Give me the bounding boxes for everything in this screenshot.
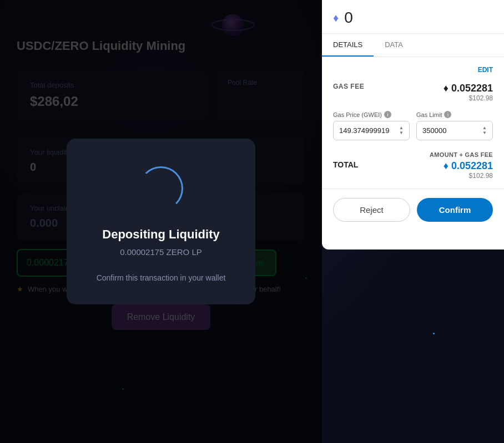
metamask-actions: Reject Confirm: [322, 189, 504, 231]
metamask-header: ♦ 0: [322, 0, 504, 34]
deposit-modal: Depositing Liquidity 0.00002175 ZERO LP …: [67, 139, 255, 304]
modal-title: Depositing Liquidity: [89, 227, 233, 242]
gas-price-group: Gas Price (GWEI) i 149.374999919 ▲ ▼: [333, 111, 410, 140]
modal-overlay: Depositing Liquidity 0.00002175 ZERO LP …: [0, 0, 322, 443]
gas-price-input[interactable]: 149.374999919 ▲ ▼: [333, 121, 410, 140]
star-decoration: [433, 333, 435, 334]
total-eth-icon: ♦: [443, 160, 448, 172]
total-label: TOTAL: [333, 160, 358, 169]
metamask-amount: 0: [344, 9, 353, 27]
gas-limit-stepper[interactable]: ▲ ▼: [482, 126, 487, 135]
gas-fee-value-group: ♦ 0.052281 $102.98: [443, 83, 493, 102]
eth-icon: ♦: [333, 12, 339, 24]
gas-limit-input[interactable]: 350000 ▲ ▼: [416, 121, 493, 140]
gas-price-value: 149.374999919: [339, 126, 389, 135]
total-eth-value: 0.052281: [451, 160, 493, 172]
gas-price-stepper[interactable]: ▲ ▼: [399, 126, 404, 135]
reject-button[interactable]: Reject: [333, 198, 410, 222]
metamask-tabs: DETAILS DATA: [322, 34, 504, 57]
total-usd: $102.98: [443, 172, 493, 180]
gas-limit-label: Gas Limit i: [416, 111, 493, 118]
gas-limit-info-icon: i: [444, 111, 451, 118]
modal-confirm-text: Confirm this transaction in your wallet: [89, 273, 233, 282]
amount-gas-label: AMOUNT + GAS FEE: [333, 151, 493, 158]
gas-price-up[interactable]: ▲: [399, 126, 404, 130]
loading-spinner: [139, 166, 183, 211]
gas-fee-usd: $102.98: [443, 94, 493, 102]
tab-data[interactable]: DATA: [374, 34, 414, 57]
gas-price-info-icon: i: [384, 111, 391, 118]
tab-details[interactable]: DETAILS: [322, 34, 374, 57]
total-eth: ♦ 0.052281: [443, 160, 493, 172]
gas-limit-up[interactable]: ▲: [482, 126, 487, 130]
gas-price-label: Gas Price (GWEI) i: [333, 111, 410, 118]
gas-fee-label: GAS FEE: [333, 83, 364, 90]
gas-limit-value: 350000: [422, 126, 446, 135]
total-value-group: ♦ 0.052281 $102.98: [443, 160, 493, 180]
confirm-button[interactable]: Confirm: [417, 198, 493, 222]
modal-subtitle: 0.00002175 ZERO LP: [89, 247, 233, 257]
metamask-body: EDIT GAS FEE ♦ 0.052281 $102.98 Gas Pric…: [322, 57, 504, 189]
gas-inputs-row: Gas Price (GWEI) i 149.374999919 ▲ ▼ Gas…: [333, 111, 493, 140]
gas-fee-eth-value: 0.052281: [451, 83, 493, 94]
metamask-panel: ♦ 0 DETAILS DATA EDIT GAS FEE ♦ 0.052281…: [322, 0, 504, 249]
total-row: TOTAL ♦ 0.052281 $102.98: [333, 160, 493, 180]
edit-link[interactable]: EDIT: [333, 66, 493, 74]
gas-fee-eth-icon: ♦: [443, 83, 448, 94]
gas-price-down[interactable]: ▼: [399, 131, 404, 135]
gas-fee-row: GAS FEE ♦ 0.052281 $102.98: [333, 83, 493, 102]
gas-fee-eth: ♦ 0.052281: [443, 83, 493, 94]
gas-limit-down[interactable]: ▼: [482, 131, 487, 135]
gas-limit-group: Gas Limit i 350000 ▲ ▼: [416, 111, 493, 140]
